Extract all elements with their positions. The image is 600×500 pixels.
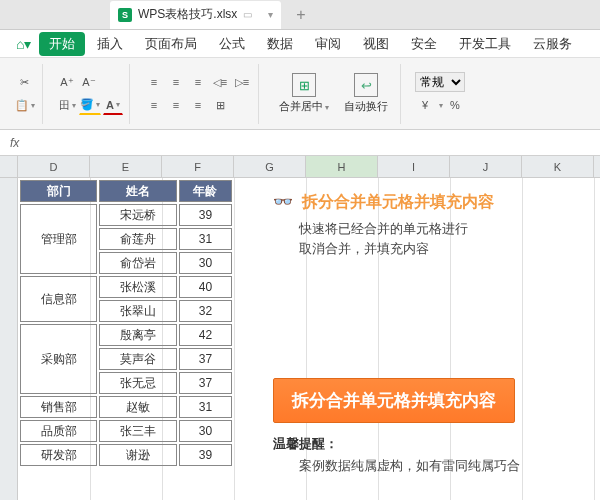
name-cell[interactable]: 俞岱岩 [99, 252, 176, 274]
home-icon[interactable]: ⌂▾ [10, 33, 37, 55]
indent-dec[interactable]: ◁≡ [210, 72, 230, 92]
table-header: 部门 [20, 180, 97, 202]
table-row: 采购部殷离亭42 [20, 324, 232, 346]
table-header: 年龄 [179, 180, 232, 202]
age-cell[interactable]: 40 [179, 276, 232, 298]
age-cell[interactable]: 31 [179, 396, 232, 418]
col-header-G[interactable]: G [234, 156, 306, 177]
dept-cell[interactable]: 信息部 [20, 276, 97, 322]
dept-cell[interactable]: 管理部 [20, 204, 97, 274]
name-cell[interactable]: 赵敏 [99, 396, 176, 418]
age-cell[interactable]: 32 [179, 300, 232, 322]
name-cell[interactable]: 张无忌 [99, 372, 176, 394]
col-header-E[interactable]: E [90, 156, 162, 177]
age-cell[interactable]: 31 [179, 228, 232, 250]
age-cell[interactable]: 42 [179, 324, 232, 346]
menu-layout[interactable]: 页面布局 [135, 32, 207, 56]
table-row: 管理部宋远桥39 [20, 204, 232, 226]
menu-data[interactable]: 数据 [257, 32, 303, 56]
table-row: 信息部张松溪40 [20, 276, 232, 298]
table-row: 品质部张三丰30 [20, 420, 232, 442]
age-cell[interactable]: 37 [179, 372, 232, 394]
border-button[interactable]: 田▾ [57, 95, 77, 115]
wrap-text-button[interactable]: ↩ 自动换行 [338, 71, 394, 116]
info-panel: 👓 拆分合并单元格并填充内容 快速将已经合并的单元格进行取消合并，并填充内容 拆… [273, 192, 583, 475]
tab-window-icon[interactable]: ▭ [243, 9, 252, 20]
dept-cell[interactable]: 销售部 [20, 396, 97, 418]
col-header-D[interactable]: D [18, 156, 90, 177]
table-row: 销售部赵敏31 [20, 396, 232, 418]
menu-start[interactable]: 开始 [39, 32, 85, 56]
merge-center-button[interactable]: ⊞ 合并居中▾ [273, 71, 335, 116]
table-row: 研发部谢逊39 [20, 444, 232, 466]
wps-sheet-icon: S [118, 8, 132, 22]
align-center[interactable]: ≡ [166, 95, 186, 115]
align-right[interactable]: ≡ [188, 95, 208, 115]
age-cell[interactable]: 39 [179, 444, 232, 466]
align-left[interactable]: ≡ [144, 95, 164, 115]
tip-text: 案例数据纯属虚构，如有雷同纯属巧合 [273, 457, 583, 475]
col-header-J[interactable]: J [450, 156, 522, 177]
ribbon-number: 常规 ¥▾ % [409, 64, 471, 124]
dept-cell[interactable]: 采购部 [20, 324, 97, 394]
name-cell[interactable]: 张松溪 [99, 276, 176, 298]
dept-cell[interactable]: 品质部 [20, 420, 97, 442]
menu-insert[interactable]: 插入 [87, 32, 133, 56]
currency-button[interactable]: ¥ [415, 95, 435, 115]
ribbon-align: ≡ ≡ ≡ ◁≡ ▷≡ ≡ ≡ ≡ ⊞ [138, 64, 259, 124]
menu-formula[interactable]: 公式 [209, 32, 255, 56]
menu-bar: ⌂▾ 开始 插入 页面布局 公式 数据 审阅 视图 安全 开发工具 云服务 [0, 30, 600, 58]
number-format-select[interactable]: 常规 [415, 72, 465, 92]
align-top[interactable]: ≡ [144, 72, 164, 92]
font-size-down[interactable]: A⁻ [79, 72, 99, 92]
new-tab-button[interactable]: + [296, 6, 305, 24]
ribbon-font: A⁺ A⁻ 田▾ 🪣▾ A▾ [51, 64, 130, 124]
column-headers: DEFGHIJK [0, 156, 600, 178]
formula-bar[interactable]: fx [0, 130, 600, 156]
menu-cloud[interactable]: 云服务 [523, 32, 582, 56]
split-merge-button[interactable]: 拆分合并单元格并填充内容 [273, 378, 515, 423]
age-cell[interactable]: 30 [179, 252, 232, 274]
spreadsheet-grid[interactable]: 部门姓名年龄管理部宋远桥39俞莲舟31俞岱岩30信息部张松溪40张翠山32采购部… [18, 178, 600, 500]
col-header-H[interactable]: H [306, 156, 378, 177]
font-color-button[interactable]: A▾ [103, 95, 123, 115]
fx-label: fx [10, 136, 19, 150]
col-header-K[interactable]: K [522, 156, 594, 177]
data-table: 部门姓名年龄管理部宋远桥39俞莲舟31俞岱岩30信息部张松溪40张翠山32采购部… [18, 178, 234, 468]
col-header-I[interactable]: I [378, 156, 450, 177]
name-cell[interactable]: 张三丰 [99, 420, 176, 442]
dept-cell[interactable]: 研发部 [20, 444, 97, 466]
menu-dev[interactable]: 开发工具 [449, 32, 521, 56]
align-middle[interactable]: ≡ [166, 72, 186, 92]
info-desc: 快速将已经合并的单元格进行取消合并，并填充内容 [273, 219, 583, 258]
menu-security[interactable]: 安全 [401, 32, 447, 56]
info-title: 拆分合并单元格并填充内容 [302, 193, 494, 210]
col-header-F[interactable]: F [162, 156, 234, 177]
name-cell[interactable]: 宋远桥 [99, 204, 176, 226]
font-size-up[interactable]: A⁺ [57, 72, 77, 92]
percent-button[interactable]: % [445, 95, 465, 115]
name-cell[interactable]: 张翠山 [99, 300, 176, 322]
ribbon: ✂ 📋▾ A⁺ A⁻ 田▾ 🪣▾ A▾ ≡ ≡ ≡ ◁≡ ▷≡ ≡ ≡ ≡ ⊞ [0, 58, 600, 130]
name-cell[interactable]: 俞莲舟 [99, 228, 176, 250]
row-headers [0, 178, 18, 500]
age-cell[interactable]: 30 [179, 420, 232, 442]
age-cell[interactable]: 39 [179, 204, 232, 226]
copy-button[interactable]: 📋▾ [14, 95, 36, 115]
indent-inc[interactable]: ▷≡ [232, 72, 252, 92]
name-cell[interactable]: 谢逊 [99, 444, 176, 466]
ribbon-clipboard: ✂ 📋▾ [8, 64, 43, 124]
align-bottom[interactable]: ≡ [188, 72, 208, 92]
tab-filename: WPS表格技巧.xlsx [138, 6, 237, 23]
cut-button[interactable]: ✂ [14, 72, 34, 92]
fill-color-button[interactable]: 🪣▾ [79, 95, 101, 115]
tab-close-icon[interactable]: ▾ [268, 9, 273, 20]
name-cell[interactable]: 殷离亭 [99, 324, 176, 346]
name-cell[interactable]: 莫声谷 [99, 348, 176, 370]
age-cell[interactable]: 37 [179, 348, 232, 370]
file-tab[interactable]: S WPS表格技巧.xlsx ▭ ▾ [110, 1, 281, 29]
tip-label: 温馨提醒： [273, 435, 583, 453]
menu-view[interactable]: 视图 [353, 32, 399, 56]
merge-across[interactable]: ⊞ [210, 95, 230, 115]
menu-review[interactable]: 审阅 [305, 32, 351, 56]
